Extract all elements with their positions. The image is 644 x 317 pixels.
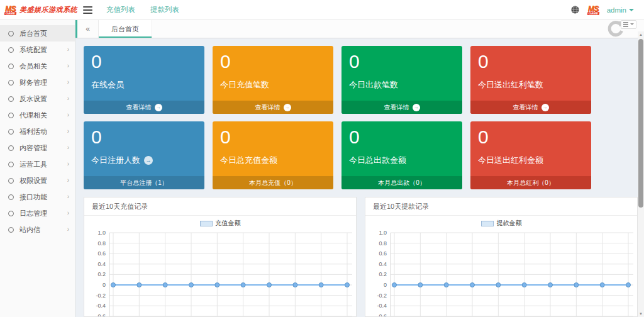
chart-legend[interactable]: 提款金额: [365, 216, 637, 229]
chevron-right-icon: ›: [67, 112, 69, 118]
stat-label-text: 今日送出红利金额: [478, 155, 543, 166]
circle-icon: [8, 47, 14, 53]
sidebar-item[interactable]: 会员相关 ›: [0, 58, 75, 74]
stat-card-4: 0 今日注册人数 → 平台总注册（1）: [84, 121, 204, 189]
sidebar-item-label: 运营工具: [19, 160, 47, 169]
collapse-tabs-icon[interactable]: «: [77, 20, 99, 38]
sidebar-item[interactable]: 财务管理 ›: [0, 74, 75, 91]
sidebar-item[interactable]: 后台首页: [0, 25, 75, 42]
user-menu[interactable]: admin: [607, 6, 634, 14]
sidebar-item[interactable]: 权限设置 ›: [0, 172, 75, 189]
user-ms-logo-icon: MS GAME: [587, 5, 599, 15]
circle-icon: [8, 211, 14, 216]
chevron-right-icon: ›: [67, 210, 69, 216]
card-footer-link[interactable]: 查看详情 →: [213, 101, 333, 114]
stat-value: 0: [470, 121, 591, 147]
stat-label-text: 今日注册人数: [91, 155, 140, 166]
tab-label: 后台首页: [111, 25, 139, 34]
stat-label: 在线会员: [84, 72, 204, 91]
stat-card-7: 0 今日送出红利金额 本月总红利（0）: [470, 121, 591, 189]
sidebar-item[interactable]: 福利活动 ›: [0, 123, 75, 140]
card-footer-link[interactable]: 本月总红利（0）: [470, 176, 591, 189]
brand-title: 美盛娱乐游戏系统: [19, 5, 77, 14]
stat-card-0: 0 在线会员 查看详情 →: [84, 46, 204, 114]
stat-label: 今日送出红利金额: [470, 147, 591, 166]
card-footer-text: 查看详情: [384, 103, 409, 112]
brand-logo[interactable]: MS GAME 美盛娱乐游戏系统: [0, 5, 75, 15]
circle-icon: [8, 178, 14, 184]
card-footer-text: 本月总出款（0）: [378, 179, 426, 187]
card-footer-link[interactable]: 查看详情 →: [341, 101, 462, 114]
tab-dashboard[interactable]: 后台首页: [99, 20, 152, 38]
chart-panel: 最近10天提款记录 提款金额 1.00.80.60.40.20-0.2-0.4-…: [365, 197, 638, 317]
caret-down-icon: [629, 9, 634, 11]
svg-text:0.2: 0.2: [379, 271, 387, 277]
chevron-right-icon: ›: [67, 128, 69, 135]
stat-cards-grid: 0 在线会员 查看详情 → 0 今日充值笔数 查看详情 → 0 今日出款笔数 查…: [84, 46, 638, 189]
chart-legend[interactable]: 充值金额: [84, 216, 356, 229]
sidebar-item-label: 代理相关: [19, 111, 47, 120]
user-ms-logo-banner: GAME: [587, 12, 599, 15]
chevron-right-icon: ›: [67, 96, 69, 102]
sidebar-item-label: 会员相关: [19, 62, 47, 71]
stat-value: 0: [84, 121, 204, 147]
card-footer-link[interactable]: 本月总充值（0）: [213, 176, 333, 189]
card-footer-text: 本月总充值（0）: [249, 179, 297, 187]
legend-label: 充值金额: [216, 219, 241, 228]
svg-text:1.0: 1.0: [379, 230, 387, 236]
stat-value: 0: [470, 46, 591, 72]
stat-label: 今日出款笔数: [341, 72, 462, 91]
scroll-down-icon[interactable]: ▼: [638, 311, 644, 317]
scrollbar-thumb[interactable]: [638, 39, 643, 208]
stat-card-6: 0 今日总出款金额 本月总出款（0）: [341, 121, 462, 189]
svg-text:-0.2: -0.2: [96, 292, 106, 299]
sidebar-toggle-icon[interactable]: [83, 6, 92, 14]
globe-icon[interactable]: [570, 5, 580, 14]
circle-icon: [8, 162, 14, 167]
sidebar-item-label: 后台首页: [19, 29, 47, 38]
scroll-up-icon[interactable]: ▲: [638, 31, 644, 38]
circle-arrow-icon[interactable]: →: [144, 156, 153, 165]
card-footer-text: 查看详情: [513, 103, 538, 112]
sidebar-item[interactable]: 代理相关 ›: [0, 107, 75, 123]
card-footer-link[interactable]: 本月总出款（0）: [341, 176, 462, 189]
sidebar-item[interactable]: 内容管理 ›: [0, 140, 75, 156]
sidebar-item-label: 系统配置: [19, 45, 47, 55]
nav-recharge-list[interactable]: 充值列表: [106, 5, 135, 14]
stat-value: 0: [341, 121, 462, 147]
card-footer-text: 查看详情: [126, 103, 152, 112]
stat-card-1: 0 今日充值笔数 查看详情 →: [213, 46, 333, 114]
svg-text:0.8: 0.8: [379, 240, 387, 247]
svg-text:-0.4: -0.4: [96, 303, 106, 309]
sidebar-item[interactable]: 运营工具 ›: [0, 156, 75, 172]
stat-card-2: 0 今日出款笔数 查看详情 →: [341, 46, 462, 114]
nav-withdraw-list[interactable]: 提款列表: [150, 5, 179, 14]
card-footer-link[interactable]: 查看详情 →: [84, 101, 204, 114]
vertical-scrollbar[interactable]: ▲ ▼: [638, 31, 644, 317]
stat-label-text: 在线会员: [91, 79, 124, 91]
circle-icon: [8, 194, 14, 200]
top-header: MS GAME 美盛娱乐游戏系统 充值列表 提款列表 MS GAME admin: [0, 0, 644, 20]
svg-text:-0.6: -0.6: [96, 313, 106, 317]
legend-swatch-icon: [200, 221, 213, 226]
sidebar-item[interactable]: 接口功能 ›: [0, 189, 75, 205]
list-icon: [623, 22, 628, 27]
sidebar-item[interactable]: 日志管理 ›: [0, 205, 75, 221]
sidebar-item[interactable]: 反水设置 ›: [0, 91, 75, 107]
circle-arrow-icon: →: [284, 104, 291, 111]
stat-label: 今日送出红利笔数: [470, 72, 591, 91]
circle-arrow-icon: →: [413, 104, 420, 111]
chart-title: 最近10天充值记录: [84, 197, 356, 215]
stat-value: 0: [213, 46, 333, 72]
card-footer-link[interactable]: 平台总注册（1）: [84, 176, 204, 189]
sidebar-item-label: 接口功能: [19, 192, 47, 202]
svg-text:0: 0: [103, 282, 106, 288]
tab-bar: « 后台首页: [75, 20, 644, 38]
sidebar-item[interactable]: 系统配置 ›: [0, 42, 75, 58]
sidebar-item[interactable]: 站内信 ›: [0, 221, 75, 238]
svg-text:0.2: 0.2: [97, 271, 106, 277]
svg-text:-0.6: -0.6: [377, 313, 387, 317]
stat-value: 0: [84, 46, 204, 72]
tab-list-dropdown[interactable]: [621, 20, 636, 29]
card-footer-link[interactable]: 查看详情 →: [470, 101, 591, 114]
